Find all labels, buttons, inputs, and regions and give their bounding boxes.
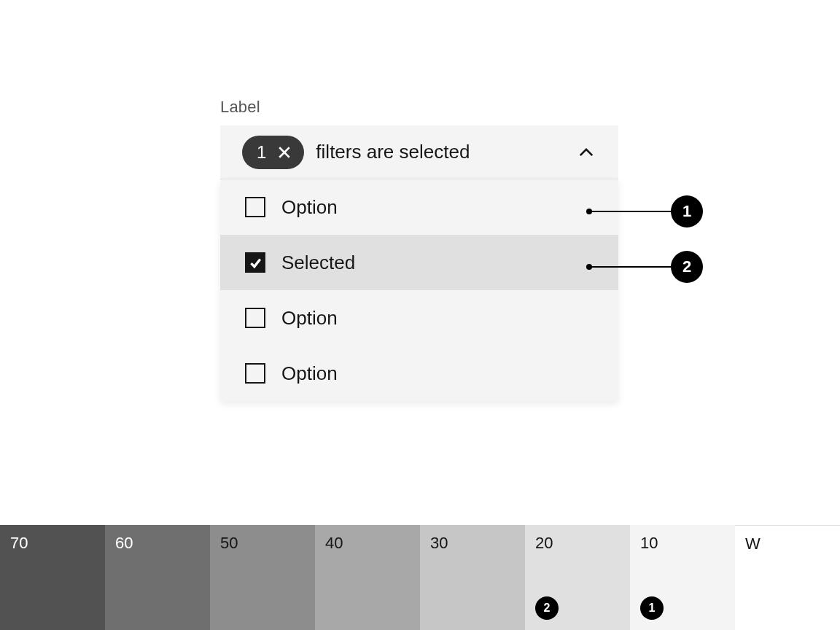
- chevron-up-icon[interactable]: [576, 142, 596, 163]
- multiselect: Label 1 filters are selected Option Sele…: [220, 98, 618, 401]
- swatch-label: 60: [115, 534, 133, 553]
- multiselect-summary: filters are selected: [316, 141, 576, 163]
- multiselect-option[interactable]: Option: [220, 290, 618, 346]
- multiselect-field[interactable]: 1 filters are selected: [220, 125, 618, 179]
- annotation-line: [589, 266, 671, 268]
- swatch-label: 50: [220, 534, 238, 553]
- multiselect-label: Label: [220, 98, 618, 117]
- option-label: Selected: [281, 252, 355, 274]
- multiselect-menu: Option Selected Option Option: [220, 179, 618, 401]
- checkbox-checked-icon[interactable]: [245, 252, 265, 273]
- swatch-label: W: [745, 534, 761, 553]
- option-label: Option: [281, 307, 338, 330]
- swatch-label: 30: [430, 534, 448, 553]
- option-label: Option: [281, 362, 338, 385]
- swatch-50: 50: [210, 525, 315, 630]
- annotation-line: [589, 211, 671, 212]
- palette-strip: 70 60 50 40 30 202 101 W: [0, 525, 840, 630]
- checkbox-icon[interactable]: [245, 197, 265, 217]
- selection-count: 1: [257, 142, 266, 163]
- multiselect-option[interactable]: Option: [220, 346, 618, 401]
- multiselect-option[interactable]: Option: [220, 179, 618, 235]
- swatch-label: 10: [640, 534, 658, 553]
- swatch-30: 30: [420, 525, 525, 630]
- swatch-label: 20: [535, 534, 553, 553]
- swatch-20: 202: [525, 525, 630, 630]
- swatch-10: 101: [630, 525, 735, 630]
- annotation-badge-2: 2: [671, 251, 703, 283]
- swatch-annotation-badge: 2: [535, 596, 559, 620]
- annotation-badge-1: 1: [671, 195, 703, 228]
- checkbox-icon[interactable]: [245, 363, 265, 384]
- multiselect-option-selected[interactable]: Selected: [220, 235, 618, 290]
- close-icon[interactable]: [276, 144, 292, 160]
- option-label: Option: [281, 196, 338, 219]
- swatch-label: 70: [10, 534, 28, 553]
- checkbox-icon[interactable]: [245, 308, 265, 328]
- swatch-60: 60: [105, 525, 210, 630]
- swatch-annotation-badge: 1: [640, 596, 664, 620]
- selection-tag[interactable]: 1: [242, 136, 304, 169]
- swatch-w: W: [735, 525, 840, 630]
- swatch-label: 40: [325, 534, 343, 553]
- swatch-40: 40: [315, 525, 420, 630]
- swatch-70: 70: [0, 525, 105, 630]
